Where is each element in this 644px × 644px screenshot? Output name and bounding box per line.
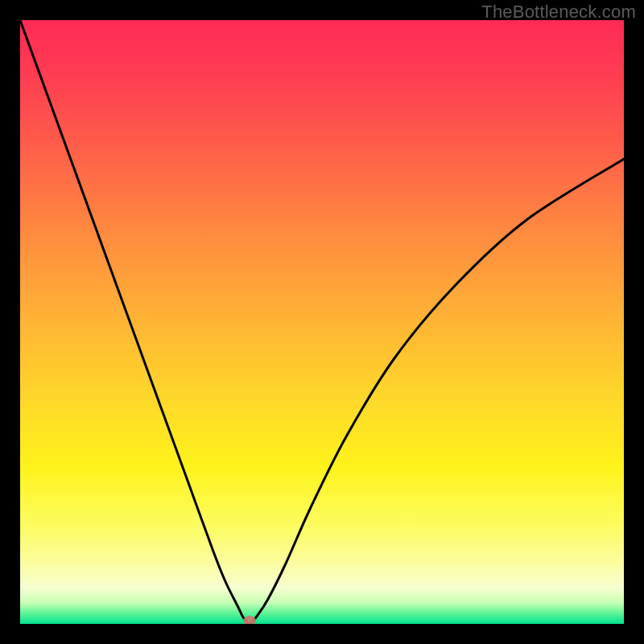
curve-path bbox=[20, 20, 624, 624]
chart-frame: TheBottleneck.com bbox=[0, 0, 644, 644]
watermark-text: TheBottleneck.com bbox=[481, 2, 636, 23]
plot-area bbox=[20, 20, 624, 624]
optimum-marker bbox=[243, 616, 256, 624]
bottleneck-curve bbox=[20, 20, 624, 624]
